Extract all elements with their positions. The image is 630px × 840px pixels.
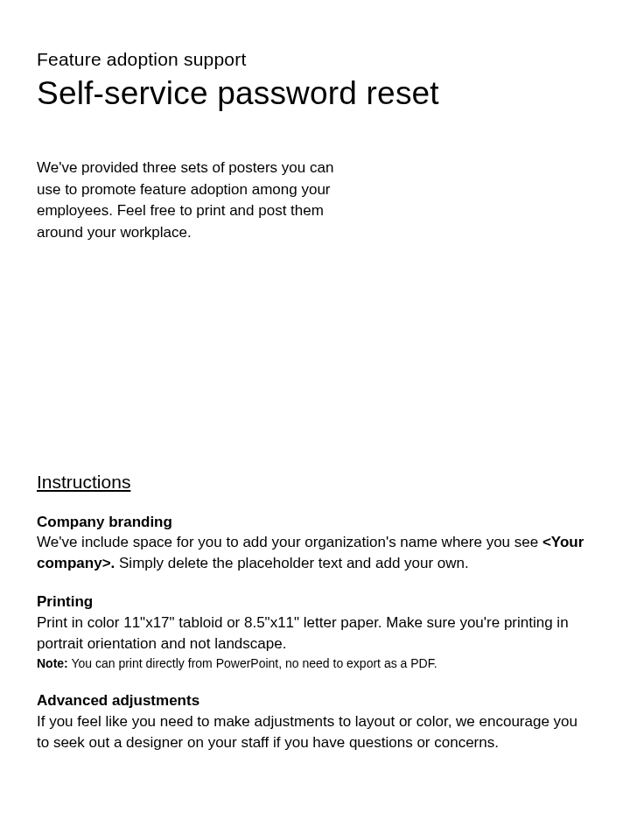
instructions-heading: Instructions — [37, 472, 593, 493]
section-printing: Printing Print in color 11"x17" tabloid … — [37, 592, 593, 673]
section-advanced-adjustments: Advanced adjustments If you feel like yo… — [37, 690, 593, 752]
section-body: Print in color 11"x17" tabloid or 8.5"x1… — [37, 612, 593, 654]
section-body: If you feel like you need to make adjust… — [37, 711, 593, 753]
section-body: We've include space for you to add your … — [37, 532, 593, 574]
document-page: Feature adoption support Self-service pa… — [0, 0, 630, 840]
section-heading: Advanced adjustments — [37, 690, 593, 711]
section-heading: Printing — [37, 592, 593, 612]
section-note: Note: You can print directly from PowerP… — [37, 655, 593, 673]
overline-text: Feature adoption support — [37, 49, 593, 70]
intro-paragraph: We've provided three sets of posters you… — [37, 158, 360, 244]
section-heading: Company branding — [37, 512, 593, 533]
note-body: You can print directly from PowerPoint, … — [68, 656, 438, 670]
note-label: Note: — [37, 656, 68, 670]
section-company-branding: Company branding We've include space for… — [37, 512, 593, 574]
vertical-spacer — [37, 244, 593, 472]
body-text-post: Simply delete the placeholder text and a… — [115, 555, 468, 571]
body-text-pre: We've include space for you to add your … — [37, 534, 542, 550]
page-title: Self-service password reset — [37, 75, 593, 112]
